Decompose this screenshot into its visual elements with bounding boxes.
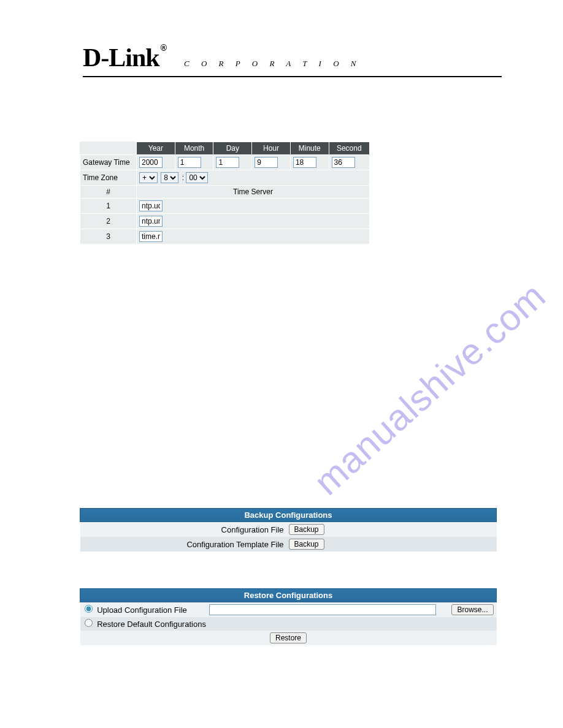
col-month: Month — [175, 142, 213, 155]
header: D-Link® C O R P O R A T I O N — [83, 43, 502, 77]
browse-button[interactable]: Browse... — [451, 604, 493, 615]
time-server-2-input[interactable] — [139, 216, 163, 227]
upload-config-radio[interactable] — [85, 605, 93, 613]
gateway-time-label: Gateway Time — [80, 155, 137, 170]
backup-config-button[interactable]: Backup — [289, 524, 324, 535]
time-zone-label: Time Zone — [80, 170, 137, 186]
restore-default-radio[interactable] — [85, 619, 93, 627]
tz-hour-select[interactable]: 8 — [161, 172, 178, 183]
col-minute: Minute — [290, 142, 329, 155]
col-year: Year — [137, 142, 175, 155]
col-second: Second — [329, 142, 369, 155]
backup-row-1-label: Configuration File — [80, 522, 286, 537]
restore-default-label: Restore Default Configurations — [97, 620, 206, 629]
backup-config-panel: Backup Configurations Configuration File… — [80, 508, 497, 552]
server-row-3-idx: 3 — [80, 229, 137, 245]
second-input[interactable] — [332, 157, 355, 168]
time-server-header: Time Server — [137, 186, 370, 199]
hour-input[interactable] — [255, 157, 278, 168]
backup-template-button[interactable]: Backup — [289, 539, 324, 550]
restore-config-panel: Restore Configurations Upload Configurat… — [80, 588, 497, 645]
registered-icon: ® — [161, 43, 167, 53]
server-row-1-idx: 1 — [80, 199, 137, 214]
upload-config-label: Upload Configuration File — [97, 605, 187, 615]
tz-min-select[interactable]: 00 — [186, 172, 208, 183]
upload-path-input[interactable] — [209, 604, 436, 615]
month-input[interactable] — [178, 157, 201, 168]
time-server-3-input[interactable] — [139, 231, 163, 242]
ntp-time-table: Year Month Day Hour Minute Second Gatewa… — [80, 142, 370, 245]
col-day: Day — [213, 142, 252, 155]
col-hour: Hour — [252, 142, 291, 155]
corporation-label: C O R P O R A T I O N — [184, 59, 361, 69]
restore-button[interactable]: Restore — [270, 632, 307, 643]
time-server-1-input[interactable] — [139, 200, 163, 211]
restore-title: Restore Configurations — [80, 589, 497, 602]
backup-title: Backup Configurations — [80, 509, 497, 522]
logo-text: D-Link — [83, 44, 159, 72]
backup-row-2-label: Configuration Template File — [80, 537, 286, 552]
colon-label: : — [182, 173, 184, 182]
server-index-header: # — [80, 186, 137, 199]
day-input[interactable] — [216, 157, 239, 168]
tz-sign-select[interactable]: + — [139, 172, 158, 183]
minute-input[interactable] — [293, 157, 316, 168]
year-input[interactable] — [139, 157, 163, 168]
server-row-2-idx: 2 — [80, 214, 137, 229]
brand-logo: D-Link® — [83, 43, 167, 72]
